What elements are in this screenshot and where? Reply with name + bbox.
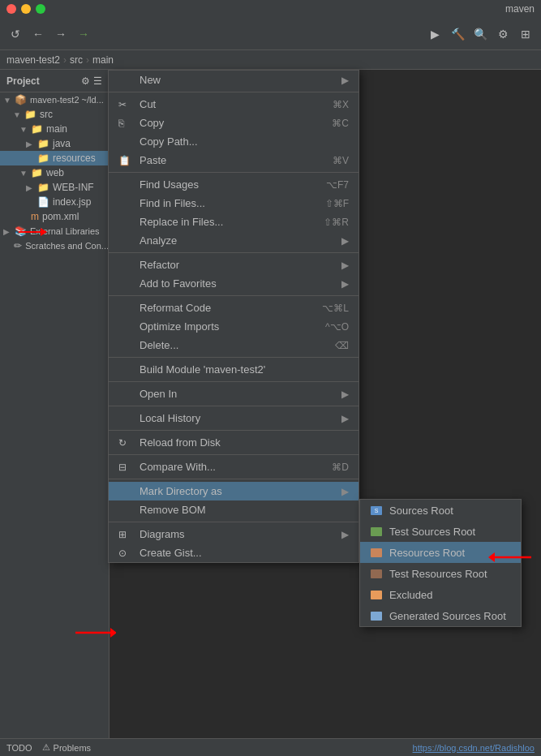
grid-icon[interactable]: ⊞: [517, 25, 535, 43]
problems-status[interactable]: ⚠ Problems: [42, 742, 91, 753]
maximize-button[interactable]: [36, 4, 45, 14]
refactor-label: Refactor: [140, 259, 179, 271]
close-button[interactable]: [6, 4, 16, 14]
run-icon[interactable]: ▶: [426, 25, 444, 43]
compare-icon: ⊟: [118, 462, 135, 473]
submenu-test-sources-root[interactable]: Test Sources Root: [360, 521, 521, 542]
folder-icon: 📁: [24, 109, 36, 120]
back-icon[interactable]: ←: [29, 25, 47, 43]
submenu-test-resources-root[interactable]: Test Resources Root: [360, 563, 521, 584]
sidebar-menu-icon[interactable]: ☰: [93, 75, 102, 87]
separator: [109, 92, 359, 92]
tree-item-scratches[interactable]: ✏ Scratches and Con...: [0, 238, 109, 253]
submenu-generated-sources[interactable]: Generated Sources Root: [360, 605, 521, 626]
menu-item-diagrams[interactable]: ⊞ Diagrams ▶: [109, 525, 359, 543]
excluded-label: Excluded: [389, 589, 432, 601]
arrow-icon: ▼: [19, 125, 31, 134]
menu-item-refactor[interactable]: Refactor ▶: [109, 256, 359, 274]
menu-item-remove-bom[interactable]: Remove BOM: [109, 500, 359, 519]
sidebar-settings-icon[interactable]: ⚙: [81, 75, 90, 87]
forward2-icon[interactable]: →: [75, 25, 92, 43]
menu-item-mark-directory[interactable]: Mark Directory as ▶: [109, 482, 359, 500]
menu-item-copy-path[interactable]: Copy Path...: [109, 132, 359, 151]
tree-item-src[interactable]: ▼ 📁 src: [0, 107, 109, 122]
separator: [109, 252, 359, 253]
breadcrumb-src[interactable]: src: [70, 54, 83, 66]
sidebar: Project ⚙ ☰ ▼ 📦 maven-test2 ~/ld... ▼ 📁 …: [0, 70, 109, 738]
search-icon[interactable]: 🔍: [471, 25, 489, 43]
status-url[interactable]: https://blog.csdn.net/Radishloo: [413, 743, 535, 753]
menu-item-delete[interactable]: Delete... ⌫: [109, 336, 359, 354]
find-usages-label: Find Usages: [140, 178, 199, 191]
tree-item-web[interactable]: ▼ 📁 web: [0, 165, 109, 180]
menu-item-analyze[interactable]: Analyze ▶: [109, 231, 359, 250]
menu-item-paste[interactable]: 📋 Paste ⌘V: [109, 151, 359, 170]
menu-item-open-in[interactable]: Open In ▶: [109, 384, 359, 403]
menu-item-create-gist[interactable]: ⊙ Create Gist...: [109, 543, 359, 562]
submenu-arrow-icon: ▶: [341, 413, 349, 424]
menu-item-replace-in-files[interactable]: Replace in Files... ⇧⌘R: [109, 213, 359, 231]
menu-item-add-favorites[interactable]: Add to Favorites ▶: [109, 274, 359, 293]
reformat-shortcut: ⌥⌘L: [322, 303, 349, 314]
tree-item-resources[interactable]: 📁 resources: [0, 151, 109, 165]
menu-item-local-history[interactable]: Local History ▶: [109, 409, 359, 427]
separator: [109, 357, 359, 358]
tree-item-java[interactable]: ▶ 📁 java: [0, 136, 109, 151]
generated-icon: [368, 609, 384, 622]
submenu-resources-root[interactable]: Resources Root: [360, 542, 521, 563]
menu-item-compare[interactable]: ⊟ Compare With... ⌘D: [109, 457, 359, 476]
reformat-label: Reformat Code: [140, 302, 211, 314]
generated-sources-label: Generated Sources Root: [389, 610, 506, 622]
submenu-excluded[interactable]: Excluded: [360, 584, 521, 605]
main-label: main: [46, 123, 67, 135]
menu-item-reformat[interactable]: Reformat Code ⌥⌘L: [109, 299, 359, 317]
menu-item-find-usages[interactable]: Find Usages ⌥F7: [109, 175, 359, 194]
webinf-label: WEB-INF: [53, 182, 94, 193]
menu-item-reload[interactable]: ↻ Reload from Disk: [109, 433, 359, 452]
optimize-shortcut: ^⌥O: [325, 321, 349, 333]
submenu-arrow-icon: ▶: [341, 529, 349, 540]
breadcrumb: maven-test2 › src › main: [0, 50, 541, 70]
tree-item-external-libs[interactable]: ▶ 📚 External Libraries: [0, 224, 109, 238]
menu-item-copy[interactable]: ⎘ Copy ⌘C: [109, 114, 359, 132]
minimize-button[interactable]: [21, 4, 31, 14]
reload-icon: ↻: [118, 437, 135, 449]
separator: [109, 172, 359, 173]
menu-item-build-module[interactable]: Build Module 'maven-test2': [109, 360, 359, 379]
settings-icon[interactable]: ⚙: [494, 25, 512, 43]
delete-label: Delete...: [140, 339, 178, 351]
tree-item-project[interactable]: ▼ 📦 maven-test2 ~/ld...: [0, 92, 109, 107]
paste-icon: 📋: [118, 155, 135, 166]
todo-status[interactable]: TODO: [6, 743, 32, 753]
tree-item-pomxml[interactable]: m pom.xml: [0, 209, 109, 224]
tree-item-indexjsp[interactable]: 📄 index.jsp: [0, 195, 109, 209]
status-bar: TODO ⚠ Problems https://blog.csdn.net/Ra…: [0, 738, 541, 756]
pomxml-label: pom.xml: [42, 211, 79, 222]
build-icon[interactable]: 🔨: [449, 25, 466, 43]
forward-icon[interactable]: →: [52, 25, 70, 43]
submenu-sources-root[interactable]: S Sources Root: [360, 500, 521, 521]
sources-root-label: Sources Root: [389, 505, 453, 517]
arrow-icon: ▼: [3, 96, 15, 105]
tree-item-webinf[interactable]: ▶ 📁 WEB-INF: [0, 180, 109, 195]
problems-label: Problems: [54, 743, 91, 753]
refresh-icon[interactable]: ↺: [6, 25, 24, 43]
menu-item-cut[interactable]: ✂ Cut ⌘X: [109, 95, 359, 114]
tree-item-main[interactable]: ▼ 📁 main: [0, 122, 109, 136]
context-menu: New ▶ ✂ Cut ⌘X ⎘ Copy ⌘C Copy Path... 📋 …: [108, 70, 359, 563]
menu-item-find-in-files[interactable]: Find in Files... ⇧⌘F: [109, 194, 359, 213]
menu-item-optimize-imports[interactable]: Optimize Imports ^⌥O: [109, 317, 359, 336]
menu-item-new[interactable]: New ▶: [109, 71, 359, 89]
separator: [109, 454, 359, 455]
breadcrumb-main[interactable]: main: [92, 54, 114, 66]
breadcrumb-project[interactable]: maven-test2: [6, 54, 60, 66]
copy-path-label: Copy Path...: [140, 135, 198, 148]
arrow-icon: ▶: [26, 183, 37, 192]
toolbar: ↺ ← → → ▶ 🔨 🔍 ⚙ ⊞: [0, 18, 541, 50]
sources-root-icon: S: [368, 504, 384, 517]
cut-icon: ✂: [118, 99, 135, 110]
scratches-icon: ✏: [14, 240, 22, 251]
compare-shortcut: ⌘D: [332, 462, 349, 473]
test-resources-icon: [368, 567, 384, 580]
paste-label: Paste: [140, 154, 166, 166]
